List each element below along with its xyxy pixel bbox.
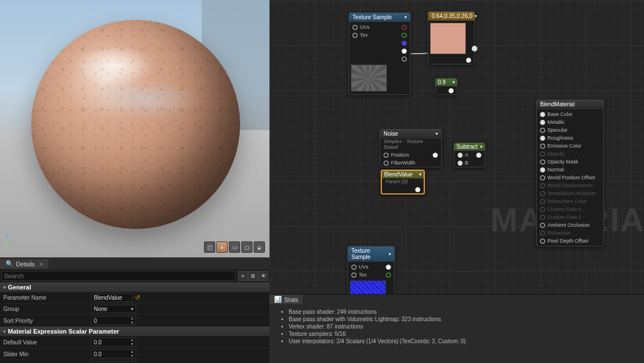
input-pin[interactable] <box>540 223 545 228</box>
node-texture-sample-1[interactable]: Texture Sample▾ UVs Tex <box>349 12 411 95</box>
input-pin[interactable] <box>540 191 545 196</box>
category-header[interactable]: Material Expression Scalar Parameter <box>0 327 269 336</box>
output-pin[interactable] <box>476 153 481 158</box>
eye-filter-icon[interactable]: 👁 <box>258 271 268 281</box>
input-pin[interactable] <box>540 159 545 165</box>
preview-sphere <box>31 20 240 229</box>
category-header[interactable]: General <box>0 283 269 292</box>
stats-tab[interactable]: 📊 Stats <box>269 295 303 304</box>
node-title: 0.64,0.35,0.26,0 <box>432 13 472 19</box>
output-pin-row: World Position Offset <box>537 174 603 182</box>
input-pin[interactable] <box>540 136 545 141</box>
property-row: Slider Max1.0▴▾ <box>0 360 269 363</box>
node-constant-vector[interactable]: 0.64,0.35,0.26,0▾ <box>428 11 475 64</box>
output-pin[interactable] <box>402 41 407 46</box>
output-pin-row: Metallic <box>537 118 603 126</box>
chevron-down-icon[interactable]: ▾ <box>419 172 421 177</box>
input-pin[interactable] <box>458 161 463 166</box>
input-pin[interactable] <box>540 128 545 133</box>
output-pin[interactable] <box>415 187 420 192</box>
output-pin[interactable] <box>402 33 407 38</box>
shape-cylinder-button[interactable]: ◫ <box>204 241 215 253</box>
chevron-down-icon[interactable]: ▾ <box>389 252 391 257</box>
output-pin-row: Pixel Depth Offset <box>537 237 603 245</box>
shape-plane-button[interactable]: ▭ <box>229 241 240 253</box>
input-pin[interactable] <box>540 112 545 117</box>
output-pin[interactable] <box>402 25 407 30</box>
node-subtitle: Simplex - Texture Based <box>380 139 441 151</box>
input-pin[interactable] <box>540 175 545 180</box>
property-dropdown[interactable]: None▾ <box>91 305 136 313</box>
pin-label: World Position Offset <box>547 175 595 180</box>
pin-label: Ambient Occlusion <box>547 222 590 228</box>
input-pin[interactable] <box>540 152 545 157</box>
input-pin[interactable] <box>540 144 545 149</box>
pin-label: Refraction <box>547 230 571 236</box>
node-blend-value[interactable]: BlendValue▾ Param (0) <box>381 170 425 195</box>
close-icon[interactable]: × <box>40 261 43 267</box>
input-pin[interactable] <box>458 153 463 158</box>
input-pin[interactable] <box>540 167 545 172</box>
output-pin-row: Custom Data 0 <box>537 205 603 213</box>
output-pin-row: Tessellation Multiplier <box>537 189 603 197</box>
output-pin[interactable] <box>402 57 407 62</box>
property-spinner[interactable]: 0.0▴▾ <box>91 338 136 347</box>
pin-label: Emissive Color <box>547 143 581 149</box>
material-preview[interactable]: z↙→ ◫ ● ▭ ◻ ⬙ <box>0 0 269 257</box>
grid-view-icon[interactable]: ⊞ <box>248 271 258 281</box>
property-label: Group <box>3 306 91 312</box>
node-constant-scalar[interactable]: 0.9▾ <box>435 78 458 95</box>
shape-sphere-button[interactable]: ● <box>216 241 228 253</box>
details-panel: GeneralParameter Name↺GroupNone▾Sort Pri… <box>0 283 269 363</box>
input-pin[interactable] <box>540 215 545 220</box>
pin-label: A <box>465 152 468 158</box>
property-text-input[interactable] <box>91 293 133 302</box>
input-pin[interactable] <box>540 120 545 125</box>
list-view-icon[interactable]: ≡ <box>238 271 248 281</box>
output-pin-row: Ambient Occlusion <box>537 221 603 229</box>
pin-label: Position <box>391 152 409 158</box>
input-pin[interactable] <box>540 239 545 244</box>
chevron-down-icon[interactable]: ▾ <box>436 131 438 136</box>
output-pin[interactable] <box>472 46 477 51</box>
output-pin[interactable] <box>466 58 471 63</box>
stats-line: Texture samplers: 5/16 <box>289 331 633 337</box>
chevron-down-icon[interactable]: ▾ <box>404 15 407 20</box>
reset-icon[interactable]: ↺ <box>135 294 140 301</box>
shape-custom-button[interactable]: ⬙ <box>254 241 265 253</box>
output-pin[interactable] <box>449 88 454 93</box>
output-pin[interactable] <box>433 153 438 158</box>
output-pin[interactable] <box>402 49 407 54</box>
input-pin[interactable] <box>540 207 545 212</box>
input-pin[interactable] <box>540 183 545 188</box>
input-pin[interactable] <box>353 33 358 38</box>
color-swatch[interactable] <box>430 23 466 54</box>
details-search-input[interactable] <box>1 271 236 281</box>
details-tab[interactable]: 🔍 Details × <box>0 259 49 269</box>
property-spinner[interactable]: 0.0▴▾ <box>91 349 136 358</box>
stats-panel: 📊 Stats Base pass shader: 249 instructio… <box>269 294 644 363</box>
node-noise[interactable]: Noise▾ Simplex - Texture Based Position … <box>380 129 442 167</box>
material-graph[interactable]: MATERIA Texture Sample▾ UVs Tex 0.64,0.3… <box>269 0 644 294</box>
chevron-down-icon[interactable]: ▾ <box>475 14 477 19</box>
input-pin[interactable] <box>351 273 356 278</box>
output-pin[interactable] <box>386 265 391 270</box>
node-subtitle: Param (0) <box>382 179 424 185</box>
chevron-down-icon[interactable]: ▾ <box>452 80 455 85</box>
chevron-down-icon[interactable]: ▾ <box>480 144 482 149</box>
shape-cube-button[interactable]: ◻ <box>241 241 253 253</box>
pin-label: Specular <box>547 127 568 133</box>
input-pin[interactable] <box>351 265 356 270</box>
input-pin[interactable] <box>353 25 358 30</box>
input-pin[interactable] <box>540 199 545 204</box>
property-label: Sort Priority <box>3 318 91 324</box>
output-pin[interactable] <box>386 273 391 278</box>
input-pin[interactable] <box>384 153 389 158</box>
input-pin[interactable] <box>540 231 545 236</box>
node-subtract[interactable]: Subtract▾ A B <box>454 142 485 167</box>
node-texture-sample-2[interactable]: Texture Sample▾ UVs Tex <box>347 246 395 294</box>
node-material-output[interactable]: BlendMaterial Base ColorMetallicSpecular… <box>536 100 604 247</box>
pin-label: Custom Data 1 <box>547 214 581 220</box>
input-pin[interactable] <box>384 161 389 166</box>
property-spinner[interactable]: 0▴▾ <box>91 316 136 325</box>
